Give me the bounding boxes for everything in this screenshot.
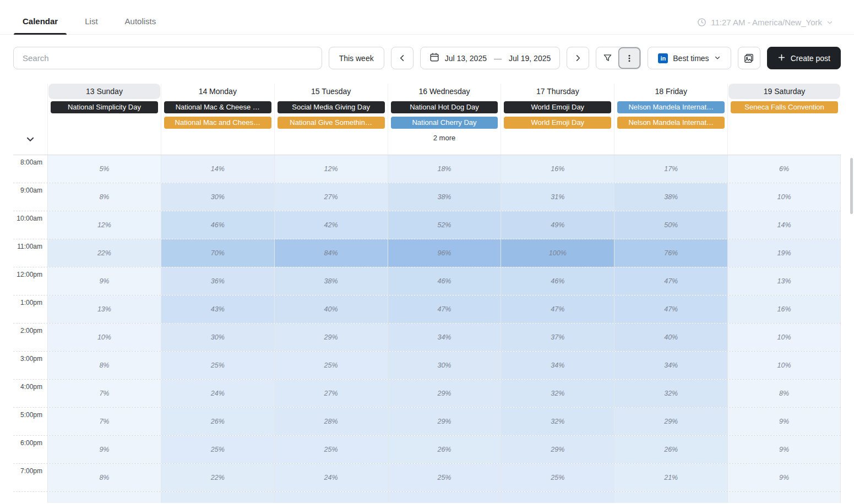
best-time-cell[interactable]: 8% [47,464,161,491]
best-time-cell[interactable]: 17% [614,155,727,183]
best-time-cell[interactable]: 34% [614,352,727,379]
day-header[interactable]: 14 Monday [162,84,274,99]
best-time-cell[interactable]: 21% [614,464,727,491]
collapse-events-button[interactable] [24,133,36,147]
best-time-cell[interactable]: 9% [47,436,161,463]
best-time-cell[interactable]: 22% [161,464,274,491]
best-time-cell[interactable]: 10% [727,183,841,211]
date-range-button[interactable]: Jul 13, 2025 — Jul 19, 2025 [420,47,561,69]
best-time-cell[interactable]: 34% [388,324,501,351]
day-header[interactable]: 18 Friday [615,84,727,99]
event-badge[interactable]: National Cherry Day [391,117,498,129]
best-time-cell[interactable]: 26% [388,436,501,463]
best-time-cell[interactable]: 25% [161,352,274,379]
best-time-cell[interactable] [727,492,841,503]
event-badge[interactable]: National Hot Dog Day [391,101,498,113]
best-time-cell[interactable]: 32% [501,380,614,407]
best-time-cell[interactable]: 13% [47,295,161,323]
best-time-cell[interactable]: 14% [727,211,841,239]
best-time-cell[interactable]: 40% [274,295,388,323]
best-time-cell[interactable]: 36% [161,267,274,295]
event-badge[interactable]: Nelson Mandela Internat… [617,117,725,129]
event-badge[interactable]: National Mac & Cheese … [164,101,271,113]
best-time-cell[interactable]: 12% [47,211,161,239]
event-badge[interactable]: Seneca Falls Convention [731,101,838,113]
best-time-cell[interactable]: 26% [161,408,274,435]
best-time-cell[interactable]: 38% [614,183,727,211]
best-time-cell[interactable]: 10% [47,324,161,351]
best-time-cell[interactable]: 34% [501,352,614,379]
best-time-cell[interactable]: 47% [614,295,727,323]
best-time-cell[interactable]: 27% [274,380,388,407]
best-time-cell[interactable]: 100% [501,239,614,267]
event-badge[interactable]: National Mac and Chees… [164,117,271,129]
best-time-cell[interactable]: 18% [388,155,501,183]
best-time-cell[interactable]: 30% [161,324,274,351]
best-time-cell[interactable]: 16% [727,295,841,323]
this-week-button[interactable]: This week [329,47,384,69]
next-week-button[interactable] [567,47,589,69]
best-time-cell[interactable]: 25% [388,464,501,491]
search-input[interactable] [13,47,322,69]
best-time-cell[interactable] [614,492,727,503]
best-time-cell[interactable]: 25% [274,436,388,463]
best-time-cell[interactable]: 24% [161,380,274,407]
best-time-cell[interactable]: 19% [727,239,841,267]
best-time-cell[interactable]: 7% [47,408,161,435]
best-time-cell[interactable]: 70% [161,239,274,267]
best-time-cell[interactable] [388,492,501,503]
best-time-cell[interactable]: 9% [727,436,841,463]
event-badge[interactable]: World Emoji Day [504,101,611,113]
best-time-cell[interactable]: 46% [161,211,274,239]
best-time-cell[interactable]: 29% [388,408,501,435]
best-time-cell[interactable]: 38% [274,267,388,295]
best-time-cell[interactable]: 43% [161,295,274,323]
best-time-cell[interactable]: 12% [274,155,388,183]
best-time-cell[interactable]: 76% [614,239,727,267]
best-times-dropdown[interactable]: in Best times [648,47,731,69]
day-header[interactable]: 15 Tuesday [275,84,387,99]
best-time-cell[interactable]: 7% [47,380,161,407]
best-time-cell[interactable]: 52% [388,211,501,239]
best-time-cell[interactable]: 38% [388,183,501,211]
best-time-cell[interactable] [47,492,161,503]
best-time-cell[interactable]: 26% [614,436,727,463]
timezone-selector[interactable]: 11:27 AM - America/New_York [697,18,833,34]
best-time-cell[interactable]: 9% [47,267,161,295]
best-time-cell[interactable]: 32% [614,380,727,407]
day-header[interactable]: 13 Sunday [48,84,160,99]
best-time-cell[interactable]: 8% [47,183,161,211]
day-header[interactable]: 16 Wednesday [389,84,501,99]
best-time-cell[interactable]: 29% [388,380,501,407]
best-time-cell[interactable]: 27% [274,183,388,211]
best-time-cell[interactable]: 24% [274,464,388,491]
best-time-cell[interactable]: 29% [501,436,614,463]
best-time-cell[interactable]: 49% [501,211,614,239]
best-time-cell[interactable]: 25% [161,436,274,463]
prev-week-button[interactable] [391,47,414,69]
best-time-cell[interactable]: 22% [47,239,161,267]
best-time-cell[interactable]: 37% [501,324,614,351]
best-time-cell[interactable]: 47% [388,295,501,323]
filter-button[interactable] [596,47,618,69]
day-header[interactable]: 17 Thursday [502,84,613,99]
best-time-cell[interactable]: 9% [727,464,841,491]
best-time-cell[interactable]: 5% [47,155,161,183]
best-time-cell[interactable]: 32% [501,408,614,435]
best-time-cell[interactable] [161,492,274,503]
best-time-cell[interactable]: 46% [388,267,501,295]
best-time-cell[interactable]: 30% [388,352,501,379]
best-time-cell[interactable]: 28% [274,408,388,435]
best-time-cell[interactable]: 47% [614,267,727,295]
tab-list[interactable]: List [76,17,106,34]
best-time-cell[interactable]: 14% [161,155,274,183]
best-time-cell[interactable]: 29% [614,408,727,435]
best-time-cell[interactable]: 25% [501,464,614,491]
best-time-cell[interactable]: 29% [274,324,388,351]
tab-autolists[interactable]: Autolists [116,17,165,34]
best-time-cell[interactable]: 25% [274,352,388,379]
event-badge[interactable]: Social Media Giving Day [278,101,385,113]
best-time-cell[interactable]: 10% [727,324,841,351]
best-time-cell[interactable] [274,492,388,503]
best-time-cell[interactable]: 40% [614,324,727,351]
